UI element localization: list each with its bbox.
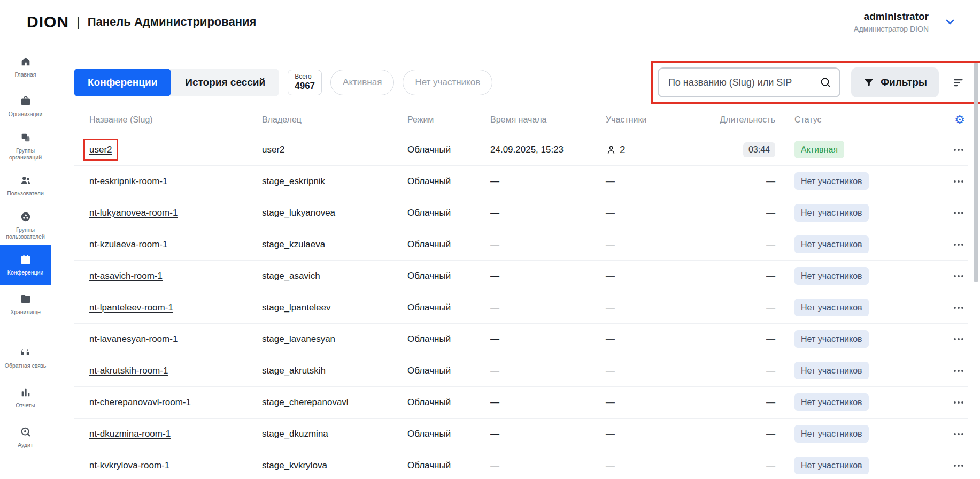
row-menu-button[interactable] [952,207,965,219]
table-row: nt-akrutskih-room-1stage_akrutskihОблачн… [74,355,968,386]
row-menu-button[interactable] [952,333,965,346]
user-role: Администратор DION [854,25,929,33]
tab-session-history[interactable]: История сессий [171,69,279,96]
conference-link[interactable]: nt-eskripnik-room-1 [89,176,167,186]
folder-icon [20,293,32,305]
user-menu[interactable]: administrator Администратор DION [854,11,956,33]
table-row: nt-lpanteleev-room-1stage_lpanteleevОбла… [74,292,968,323]
sidebar-item-label: Отчеты [14,402,36,409]
funnel-icon [863,77,875,88]
column-header: Режим [407,115,490,125]
search-input[interactable] [668,77,819,88]
duration-cell: — [702,271,775,282]
sidebar-item-reports[interactable]: Отчеты [0,378,51,417]
column-header: Участники [606,115,702,125]
scrollbar[interactable] [974,63,978,282]
sidebar: ГлавнаяОрганизацииГруппы организацийПоль… [0,44,51,479]
sidebar-item-feedback[interactable]: Обратная связь [0,338,51,378]
conferences-table: Название (Slug)ВладелецРежимВремя начала… [74,106,968,479]
sidebar-item-label: Группы пользователей [0,226,51,240]
table-row: nt-kvkrylova-room-1stage_kvkrylovaОблачн… [74,450,968,479]
row-menu-button[interactable] [952,175,965,188]
conference-link[interactable]: nt-cherepanovavl-room-1 [89,397,191,407]
chevron-down-icon[interactable] [944,16,956,28]
sort-icon[interactable] [950,73,968,92]
table-settings-gear-icon[interactable]: ⚙ [954,114,965,126]
feedback-icon [20,347,32,359]
status-badge: Нет участников [794,457,869,474]
conference-link[interactable]: nt-kvkrylova-room-1 [89,460,169,470]
start-time-cell: — [490,366,606,376]
row-menu-button[interactable] [952,143,965,156]
row-menu-button[interactable] [952,364,965,377]
sidebar-item-users[interactable]: Пользователи [0,166,51,206]
owner-cell: stage_eskripnik [262,176,407,187]
sidebar-item-home[interactable]: Главная [0,47,51,87]
conference-link[interactable]: nt-kzulaeva-room-1 [89,239,167,249]
row-menu-button[interactable] [952,396,965,409]
conference-link[interactable]: nt-akrutskih-room-1 [89,366,168,376]
sidebar-item-label: Обратная связь [3,362,48,369]
mode-cell: Облачный [407,239,490,250]
sidebar-item-label: Пользователи [5,190,45,197]
duration-cell: — [702,366,775,376]
participants-cell: — [606,366,702,376]
tab-conferences[interactable]: Конференции [74,69,171,96]
duration-cell: — [702,176,775,187]
row-menu-button[interactable] [952,301,965,314]
sidebar-item-label: Аудит [16,442,35,448]
conference-link[interactable]: nt-lukyanovea-room-1 [89,208,178,218]
sidebar-item-label: Хранилище [9,309,42,316]
row-menu-button[interactable] [952,459,965,472]
sidebar-item-label: Организации [7,111,44,118]
conference-link[interactable]: nt-dkuzmina-room-1 [89,429,171,439]
sidebar-item-user-groups[interactable]: Группы пользователей [0,206,51,245]
owner-cell: stage_akrutskih [262,366,407,376]
row-menu-button[interactable] [952,238,965,251]
search-controls: Фильтры [658,67,968,97]
user-name: administrator [854,11,929,22]
filters-button[interactable]: Фильтры [851,67,939,97]
mode-cell: Облачный [407,334,490,345]
conference-link[interactable]: nt-asavich-room-1 [89,271,163,281]
sidebar-item-audit[interactable]: Аудит [0,417,51,457]
duration-cell: 03:44 [702,142,775,157]
status-badge: Нет участников [794,362,869,379]
total-counter: Всего 4967 [288,70,322,95]
conference-link[interactable]: nt-lpanteleev-room-1 [89,302,173,313]
participants-cell: — [606,302,702,313]
status-badge: Активная [794,141,844,158]
mode-cell: Облачный [407,302,490,313]
mode-cell: Облачный [407,429,490,439]
row-menu-button[interactable] [952,270,965,283]
column-header: Длительность [702,115,775,125]
column-header: Время начала [490,115,606,125]
search-icon[interactable] [819,76,832,89]
sidebar-item-conferences[interactable]: Конференции [0,245,51,285]
column-header: Владелец [262,115,407,125]
participants-count: 2 [620,144,626,156]
app-header: DION | Панель Администрирования administ… [0,0,980,44]
participants-cell: — [606,176,702,187]
row-menu-button[interactable] [952,428,965,440]
mode-cell: Облачный [407,460,490,471]
table-row: nt-eskripnik-room-1stage_eskripnikОблачн… [74,165,968,197]
main-content: Конференции История сессий Всего 4967 Ак… [51,44,980,479]
conference-link[interactable]: user2 [89,145,112,155]
table-body: user2user2Облачный24.09.2025, 15:23203:4… [74,134,968,479]
conference-link[interactable]: nt-lavanesyan-room-1 [89,334,178,344]
sidebar-item-storage[interactable]: Хранилище [0,285,51,324]
participants-cell: — [606,239,702,250]
table-row: nt-kzulaeva-room-1stage_kzulaevaОблачный… [74,229,968,260]
page-title: Панель Администрирования [88,15,257,29]
start-time-cell: — [490,334,606,345]
filter-chip-active[interactable]: Активная [330,70,394,95]
status-badge: Нет участников [794,330,869,348]
sidebar-item-org-groups[interactable]: Группы организаций [0,126,51,166]
table-row: nt-lukyanovea-room-1stage_lukyanoveaОбла… [74,197,968,229]
sidebar-item-organizations[interactable]: Организации [0,87,51,126]
owner-cell: stage_lavanesyan [262,334,407,345]
filter-chip-no-participants[interactable]: Нет участников [403,70,492,95]
status-badge: Нет участников [794,235,869,253]
briefcase-icon [20,95,32,107]
